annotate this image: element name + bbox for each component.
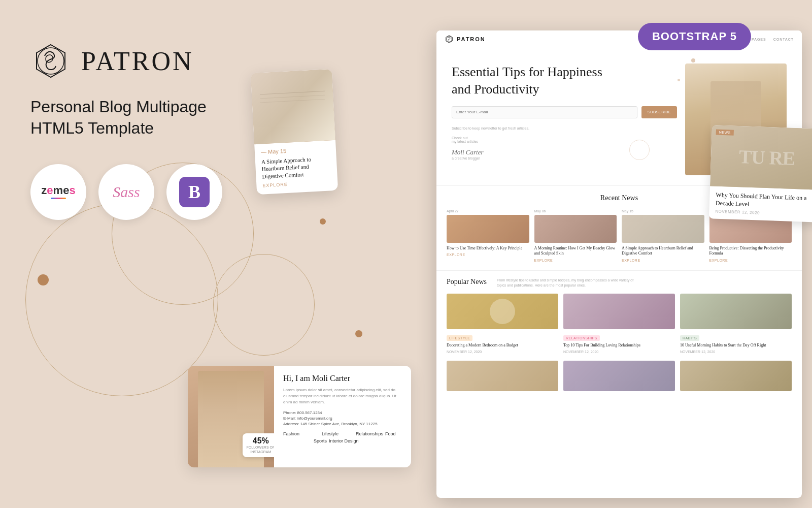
popular-item-2: RELATIONSHIPS Top 10 Tips For Building L… (563, 294, 675, 353)
mockup-popular-grid: LIFESTYLE Decorating a Modern Bedroom on… (447, 294, 792, 353)
popular-item-1: LIFESTYLE Decorating a Modern Bedroom on… (447, 294, 558, 353)
news-image-1 (447, 215, 529, 243)
phone-date: — May 15 (261, 145, 330, 155)
mockup-nav-logo-icon (445, 35, 454, 44)
news-explore-1[interactable]: EXPLORE (447, 253, 529, 257)
about-address: Address: 145 Shiner Spice Ave, Brooklyn,… (283, 422, 402, 426)
side-card-article-title: Why You Should Plan Your Life on a Decad… (716, 192, 812, 211)
news-date-3: May 15 (622, 209, 704, 213)
popular-image-1 (447, 294, 558, 329)
tag-sports: Sports (314, 438, 327, 443)
bottom-image-1 (447, 361, 558, 391)
popular-cat-2: RELATIONSHIPS (563, 335, 600, 341)
bootstrap-icon-badge: B (166, 164, 222, 220)
bottom-item-1 (447, 361, 558, 394)
brand-row: PATRON (30, 41, 284, 81)
patron-logo-icon (30, 41, 71, 81)
mockup-hero-subscribe-button[interactable]: SUBSCRIBE (641, 106, 677, 118)
zemes-badge: zemes (30, 164, 86, 220)
news-explore-2[interactable]: EXPLORE (534, 259, 617, 262)
mockup-popular-title: Popular News (447, 278, 487, 286)
news-item-3: May 15 A Simple Approach to Heartburn Re… (622, 209, 704, 262)
website-mockup: PATRON PUBLICATIONS BLOG PAGES CONTACT E… (436, 30, 802, 498)
mockup-popular-desc: From lifestyle tips to useful and simple… (497, 278, 639, 288)
about-tags-container: Fashion Lifestyle Relationships Food Spo… (283, 431, 402, 443)
popular-date-3: NOVEMBER 12, 2020 (680, 350, 792, 354)
news-title-4: Being Productive: Dissecting the Product… (709, 246, 792, 257)
tech-badges-row: zemes Sass B (30, 164, 284, 220)
left-section: PATRON Personal Blog Multipage HTML5 Tem… (30, 41, 284, 220)
news-explore-4[interactable]: EXPLORE (709, 259, 792, 262)
mockup-hero-email-input[interactable] (452, 106, 637, 118)
news-date-2: May 06 (534, 209, 617, 213)
tag-fashion: Fashion (283, 431, 299, 436)
brand-tagline: Personal Blog Multipage HTML5 Template (30, 97, 284, 139)
side-article-card: TU RE NEWS Why You Should Plan Your Life… (709, 125, 812, 223)
bootstrap-b-icon: B (179, 177, 210, 207)
about-phone: Phone: 800.567.1234 (283, 410, 402, 415)
phone-explore-link[interactable]: EXPLORE (262, 179, 331, 188)
side-card-image: TU RE NEWS (710, 125, 812, 190)
news-image-3 (622, 215, 704, 243)
tag-relationships: Relationships (356, 431, 383, 436)
mockup-hero-subscribe-row: SUBSCRIBE (452, 106, 677, 118)
followers-badge: 45% FOLLOWERS ONINSTAGRAM (243, 433, 274, 457)
news-item-2: May 06 A Morning Routine: How I Get My B… (534, 209, 617, 262)
ture-watermark: TU RE (738, 145, 795, 170)
hero-deco-dot-2 (678, 79, 680, 81)
bootstrap-badge: BOOTSTRAP 5 (638, 23, 751, 50)
svg-marker-0 (37, 45, 65, 77)
popular-title-3: 10 Useful Morning Habits to Start the Da… (680, 343, 792, 348)
popular-item-3: HABITS 10 Useful Morning Habits to Start… (680, 294, 792, 353)
brand-name: PATRON (81, 46, 194, 76)
popular-image-2 (563, 294, 675, 329)
news-title-2: A Morning Routine: How I Get My Beachy G… (534, 246, 617, 257)
popular-cat-3: HABITS (680, 335, 699, 341)
about-card-author-name: Hi, I am Moli Carter (283, 374, 402, 383)
news-title-3: A Simple Approach to Heartburn Relief an… (622, 246, 704, 257)
tag-food: Food (385, 431, 396, 436)
popular-image-3 (680, 294, 792, 329)
side-card-category-badge: NEWS (716, 129, 734, 135)
bottom-item-3 (680, 361, 792, 394)
about-card: 45% FOLLOWERS ONINSTAGRAM Hi, I am Moli … (188, 366, 411, 467)
phone-article-title: A Simple Approach to Heartburn Relief an… (261, 154, 331, 180)
mockup-hero-sub-text: Subscribe to keep newsletter to get fres… (452, 126, 677, 130)
about-card-image: 45% FOLLOWERS ONINSTAGRAM (188, 366, 274, 467)
phone-content: — May 15 A Simple Approach to Heartburn … (254, 140, 338, 195)
hero-deco-circle (629, 140, 650, 160)
sass-badge: Sass (98, 164, 154, 220)
hero-deco-dot-1 (691, 58, 695, 62)
mockup-hero-title: Essential Tips for Happiness and Product… (452, 64, 604, 98)
followers-label: FOLLOWERS ONINSTAGRAM (247, 446, 274, 454)
phone-hero-image (251, 69, 335, 144)
mockup-check-out: Check out (452, 136, 677, 140)
about-card-text-content: Hi, I am Moli Carter Lorem ipsum dolor s… (274, 366, 411, 467)
news-date-1: April 27 (447, 209, 529, 213)
bottom-image-2 (563, 361, 675, 391)
followers-percent: 45% (247, 436, 274, 446)
popular-title-2: Top 10 Tips For Building Loving Relation… (563, 343, 675, 348)
popular-cat-1: LIFESTYLE (447, 335, 472, 341)
news-title-1: How to Use Time Effectively: A Key Princ… (447, 246, 529, 251)
side-card-text: Why You Should Plan Your Life on a Decad… (709, 186, 812, 223)
side-card-date: NOVEMBER 12, 2020 (715, 209, 812, 217)
about-card-body: Lorem ipsum dolor sit amet, consectetur … (283, 387, 402, 405)
popular-date-1: NOVEMBER 12, 2020 (447, 350, 558, 354)
popular-date-2: NOVEMBER 12, 2020 (563, 350, 675, 354)
phone-mockup: — May 15 A Simple Approach to Heartburn … (251, 69, 338, 195)
bottom-item-2 (563, 361, 675, 394)
tag-lifestyle: Lifestyle (322, 431, 339, 436)
mockup-popular-header: Popular News From lifestyle tips to usef… (447, 278, 792, 288)
news-item-1: April 27 How to Use Time Effectively: A … (447, 209, 529, 262)
news-explore-3[interactable]: EXPLORE (622, 259, 704, 262)
mockup-popular-section: Popular News From lifestyle tips to usef… (436, 270, 802, 361)
nav-link-pages[interactable]: PAGES (752, 38, 766, 41)
news-image-2 (534, 215, 617, 243)
popular-title-1: Decorating a Modern Bedroom on a Budget (447, 343, 558, 348)
tag-interior-design: Interior Design (329, 438, 359, 443)
nav-link-contact[interactable]: CONTACT (773, 38, 794, 41)
about-email: E-Mail: info@youremail.org (283, 416, 402, 421)
mockup-bottom-articles (436, 361, 802, 401)
mockup-nav-brand: PATRON (445, 35, 486, 44)
